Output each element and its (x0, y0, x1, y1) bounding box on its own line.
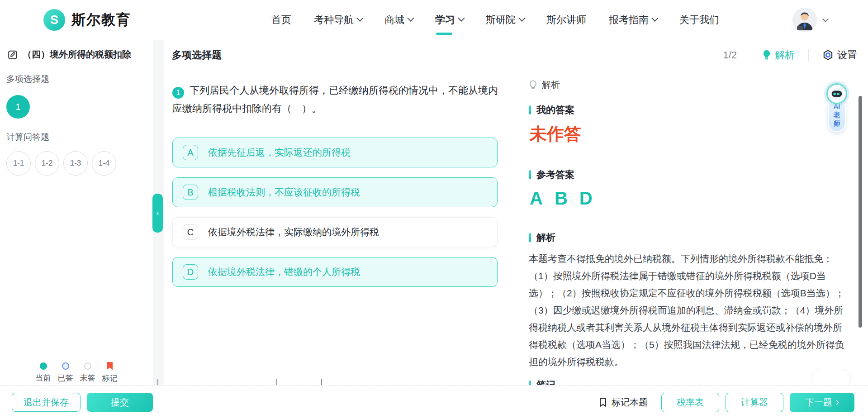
option-b-text: 根据税收法则，不应该征收的所得税 (208, 186, 360, 199)
question-header: 多项选择题 1/2 解析 设置 (164, 40, 868, 70)
legend-current: 当前 (34, 362, 52, 384)
question-nav-1-3[interactable]: 1-3 (63, 151, 88, 176)
nav-item-about[interactable]: 关于我们 (679, 0, 719, 40)
question-area: 1下列居民个人从境外取得所得，已经缴纳所得税的情况中，不能从境内应缴纳所得税中扣… (164, 71, 516, 385)
reference-answer-section: 参考答案 (529, 168, 868, 181)
option-c-text: 依据境外税法律，实际缴纳的境外所得税 (208, 226, 379, 238)
calculator-button[interactable]: 计算器 (726, 393, 783, 412)
question-stem-text: 下列居民个人从境外取得所得，已经缴纳所得税的情况中，不能从境内应缴纳所得税中扣除… (172, 85, 498, 114)
nav-item-exams[interactable]: 考种导航 (314, 0, 362, 40)
nav-item-guide[interactable]: 报考指南 (609, 0, 657, 40)
legend-marked: 标记 (101, 362, 119, 384)
question-stem: 1下列居民个人从境外取得所得，已经缴纳所得税的情况中，不能从境内应缴纳所得税中扣… (172, 81, 507, 118)
current-dot-icon (40, 362, 47, 370)
header-divider (808, 49, 809, 61)
analysis-panel-header: 解析 (529, 79, 868, 91)
option-a[interactable]: A 依据先征后返，实际返还的所得税 (172, 138, 498, 167)
chevron-right-icon: › (836, 397, 839, 407)
footer-right: 标记本题 税率表 计算器 下一题 › (598, 393, 854, 412)
tax-table-button[interactable]: 税率表 (661, 393, 719, 412)
unanswered-dot-icon (84, 362, 91, 370)
nav-item-learn[interactable]: 学习 (435, 0, 463, 40)
legend-unanswered: 未答 (79, 362, 97, 384)
chevron-down-icon (518, 14, 526, 22)
my-answer-value: 未作答 (530, 123, 868, 146)
chevron-down-icon (651, 14, 659, 22)
option-d-text: 依据境外税法律，错缴的个人所得税 (208, 266, 360, 278)
chevron-down-icon (822, 16, 829, 22)
user-menu[interactable] (792, 0, 828, 40)
drag-handle[interactable] (157, 379, 158, 385)
chevron-down-icon (458, 14, 465, 22)
option-d[interactable]: D 依据境外税法律，错缴的个人所得税 (172, 257, 498, 287)
top-navbar: S 斯尔教育 首页 考种导航 商城 学习 斯研院 斯尔讲师 报考指南 关于我们 (0, 0, 868, 40)
option-b[interactable]: B 根据税收法则，不应该征收的所得税 (172, 177, 498, 207)
option-d-letter: D (183, 264, 198, 280)
avatar (792, 8, 817, 32)
footer-left: 退出并保存 提交 (12, 393, 153, 412)
section-label-multichoice: 多项选择题 (6, 73, 153, 85)
bookmark-outline-icon (598, 397, 607, 408)
drag-handle[interactable] (276, 379, 277, 385)
options-list: A 依据先征后返，实际返还的所得税 B 根据税收法则，不应该征收的所得税 C 依… (172, 138, 507, 287)
nav-item-home[interactable]: 首页 (271, 0, 291, 40)
option-c[interactable]: C 依据境外税法律，实际缴纳的境外所得税 (172, 217, 498, 247)
brand-name: 斯尔教育 (71, 10, 131, 29)
analysis-toggle[interactable]: 解析 (762, 48, 795, 62)
brand-logo[interactable]: S 斯尔教育 (43, 0, 131, 40)
exit-save-button[interactable]: 退出并保存 (12, 393, 81, 412)
footer-bar: 退出并保存 提交 标记本题 税率表 计算器 下一题 › (0, 386, 868, 419)
question-nav-1-2[interactable]: 1-2 (35, 151, 59, 176)
chapter-title: （四）境外所得的税额扣除 (7, 48, 153, 61)
option-a-text: 依据先征后返，实际返还的所得税 (208, 146, 351, 159)
question-nav-1-1[interactable]: 1-1 (6, 151, 31, 176)
question-nav-sidebar: （四）境外所得的税额扣除 多项选择题 1 计算问答题 1-1 1-2 1-3 1… (0, 40, 153, 385)
my-answer-section: 我的答案 (529, 104, 868, 116)
section-accent-bar (529, 105, 531, 114)
gear-icon (822, 49, 834, 61)
question-nav-1[interactable]: 1 (6, 95, 30, 119)
main-panel: 多项选择题 1/2 解析 设置 (164, 40, 868, 385)
option-a-letter: A (183, 145, 198, 160)
answered-dot-icon (62, 362, 69, 370)
drag-handle[interactable] (321, 379, 322, 385)
bookmark-filled-icon (106, 362, 113, 370)
option-c-letter: C (183, 224, 198, 240)
nav-item-mall[interactable]: 商城 (384, 0, 413, 40)
reference-answer-value: ABD (530, 188, 868, 209)
settings-button[interactable]: 设置 (822, 48, 857, 62)
explanation-text: 本题考查不得抵免的境外已纳税额。下列情形的境外所得税款不能抵免： （1）按照境外… (529, 250, 851, 371)
legend-answered: 已答 (57, 362, 75, 384)
question-nav-row: 1-1 1-2 1-3 1-4 (6, 151, 153, 176)
lightbulb-icon (762, 50, 771, 60)
section-accent-bar (529, 381, 531, 385)
sidebar-collapse-handle[interactable]: ‹ (152, 194, 163, 233)
option-b-letter: B (183, 185, 198, 200)
edit-document-icon (7, 49, 18, 60)
nav-item-institute[interactable]: 斯研院 (486, 0, 524, 40)
brand-logo-icon: S (43, 9, 65, 31)
section-accent-bar (529, 170, 531, 179)
status-legend: 当前 已答 未答 标记 (0, 362, 153, 384)
ai-robot-icon (826, 83, 847, 104)
section-label-calc: 计算问答题 (6, 131, 153, 143)
question-number-badge: 1 (172, 87, 184, 99)
submit-button[interactable]: 提交 (87, 393, 153, 412)
notes-action-button[interactable] (811, 369, 851, 385)
question-type-label: 多项选择题 (172, 48, 222, 62)
main-nav: 首页 考种导航 商城 学习 斯研院 斯尔讲师 报考指南 关于我们 (271, 0, 719, 40)
nav-item-lecturers[interactable]: 斯尔讲师 (546, 0, 586, 40)
next-question-button[interactable]: 下一题 › (790, 393, 854, 412)
header-controls: 1/2 解析 设置 (723, 48, 857, 62)
chevron-down-icon (356, 14, 364, 22)
chevron-down-icon (407, 14, 414, 22)
mark-question-button[interactable]: 标记本题 (598, 396, 648, 409)
scrollbar-thumb[interactable] (859, 96, 862, 328)
progress-indicator: 1/2 (723, 49, 737, 61)
explanation-section: 解析 (529, 231, 868, 244)
exam-page: S 斯尔教育 首页 考种导航 商城 学习 斯研院 斯尔讲师 报考指南 关于我们 (0, 0, 868, 419)
ai-teacher-widget[interactable]: AI 老 师 (826, 83, 848, 132)
lightbulb-outline-icon (529, 80, 537, 90)
analysis-panel: 解析 我的答案 未作答 参考答案 ABD 解析 本题考查不得抵免的境外已纳税额。… (516, 71, 868, 385)
question-nav-1-4[interactable]: 1-4 (92, 151, 116, 176)
